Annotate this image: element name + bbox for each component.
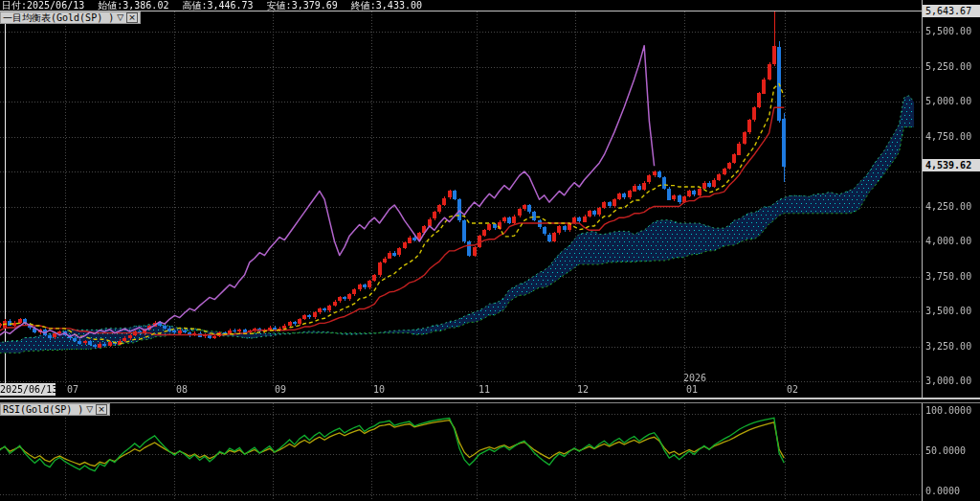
- price-tick-label: 3,500.00: [925, 306, 971, 317]
- collapse-icon[interactable]: ▽: [117, 13, 123, 22]
- month-label: 07: [67, 384, 78, 396]
- month-label: 01: [686, 384, 698, 396]
- price-tick-label: 5,250.00: [925, 61, 971, 73]
- rsi-panel-top-border: [0, 402, 980, 403]
- price-tick-label: 4,250.00: [925, 201, 971, 213]
- month-label: 10: [373, 384, 385, 396]
- price-tick-label: 4,750.00: [925, 131, 971, 143]
- rsi-tick-label: 0.0000: [925, 486, 960, 497]
- panel-separator[interactable]: [0, 398, 980, 399]
- header-close: 終値:3,433.00: [351, 0, 422, 11]
- month-label: 02: [787, 384, 798, 396]
- month-label: 12: [577, 384, 589, 396]
- rsi-tick-label: 100.0000: [925, 405, 971, 417]
- price-tick-label: 3,750.00: [925, 271, 971, 283]
- year-label: 2026: [683, 373, 706, 383]
- indicator-tab-label: 一目均衡表(Gold(SP) ): [3, 12, 114, 23]
- rsi-tab-label: RSI(Gold(SP) ): [3, 404, 83, 415]
- rsi-collapse-icon[interactable]: ▽: [86, 405, 93, 414]
- price-tick-label: 5,500.00: [925, 26, 971, 37]
- month-label: 08: [176, 384, 188, 396]
- price-tick-label: 4,000.00: [925, 236, 971, 247]
- indicator-tab-ichimoku[interactable]: 一目均衡表(Gold(SP) ) ▽ ×: [0, 11, 141, 24]
- rsi-close-icon[interactable]: ×: [96, 404, 107, 415]
- header-open: 始値:3,386.02: [98, 0, 168, 11]
- price-tick-label: 3,250.00: [925, 341, 971, 353]
- header-low: 安値:3,379.69: [267, 0, 338, 11]
- price-tick-label: 5,000.00: [925, 96, 971, 107]
- cursor-date-label: 2025/06/13: [0, 383, 56, 396]
- header-date: 日付:2025/06/13: [2, 0, 84, 11]
- ohlc-header: 日付:2025/06/13 始値:3,386.02 高値:3,446.73 安値…: [2, 0, 422, 11]
- close-icon[interactable]: ×: [126, 12, 138, 23]
- header-high: 高値:3,446.73: [182, 0, 253, 11]
- price-axis-separator: [922, 0, 923, 398]
- chart-canvas[interactable]: [0, 0, 980, 501]
- month-label: 09: [275, 384, 286, 396]
- high-price-marker: 5,643.67: [923, 5, 980, 17]
- month-label: 11: [479, 384, 490, 396]
- last-price-marker: 4,539.62: [923, 159, 980, 171]
- indicator-tab-rsi[interactable]: RSI(Gold(SP) ) ▽ ×: [0, 403, 110, 416]
- rsi-tick-label: 50.0000: [925, 445, 966, 457]
- price-tick-label: 3,000.00: [925, 376, 971, 387]
- rsi-axis-separator: [922, 402, 923, 501]
